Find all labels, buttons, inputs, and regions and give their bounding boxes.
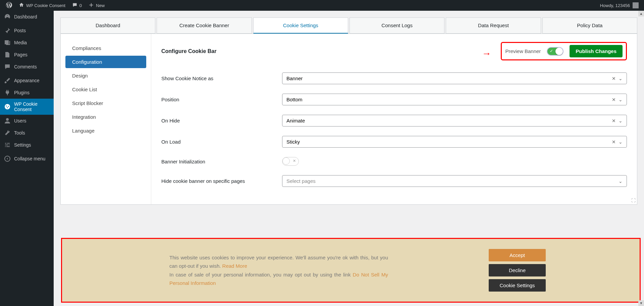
hide-pages-select[interactable]: Select pages ⌄ <box>282 175 627 187</box>
tab-create-banner[interactable]: Create Cookie Banner <box>157 17 252 34</box>
sidebar-item-posts[interactable]: Posts <box>0 24 54 37</box>
chevron-down-icon: ⌄ <box>619 76 623 81</box>
sidebar-item-users[interactable]: Users <box>0 115 54 127</box>
collapse-icon <box>4 155 11 162</box>
header-actions: → Preview Banner ✓ Publish Changes <box>501 42 627 60</box>
settings-side-design[interactable]: Design <box>65 69 146 82</box>
expand-icon[interactable]: ⛶ <box>631 198 636 203</box>
settings-side-compliances[interactable]: Compliances <box>65 42 146 54</box>
settings-side-label: Design <box>72 73 88 79</box>
banner-text-2: In case of sale of your personal informa… <box>169 272 353 277</box>
settings-side-script-blocker[interactable]: Script Blocker <box>65 97 146 109</box>
cookie-icon <box>4 103 11 110</box>
settings-side-label: Language <box>72 128 95 134</box>
form-row-on-load: On Load Sticky ✕⌄ <box>161 136 627 148</box>
read-more-link[interactable]: Read More <box>222 263 247 269</box>
new-link[interactable]: New <box>85 0 108 11</box>
chevron-down-icon: ⌄ <box>619 97 623 102</box>
sidebar-item-label: Posts <box>14 28 26 33</box>
settings-side-integration[interactable]: Integration <box>65 111 146 123</box>
wp-logo[interactable] <box>3 0 15 11</box>
settings-sidebar: Compliances Configuration Design Cookie … <box>61 34 151 204</box>
sidebar-item-media[interactable]: Media <box>0 37 54 49</box>
sidebar-item-label: Media <box>14 40 27 45</box>
banner-text: This website uses cookies to improve you… <box>82 253 475 288</box>
tab-data-request[interactable]: Data Request <box>446 17 541 34</box>
decline-button[interactable]: Decline <box>489 264 546 276</box>
plug-icon <box>4 89 11 96</box>
avatar <box>633 2 639 8</box>
settings-side-configuration[interactable]: Configuration <box>65 56 146 68</box>
form-label: Show Cookie Notice as <box>161 75 282 81</box>
comment-icon <box>72 2 77 9</box>
select-value: Bottom <box>286 97 303 102</box>
dashboard-icon <box>4 13 11 20</box>
settings-side-cookie-list[interactable]: Cookie List <box>65 83 146 96</box>
clear-icon[interactable]: ✕ <box>612 97 616 102</box>
clear-icon[interactable]: ✕ <box>612 118 616 123</box>
site-link[interactable]: WP Cookie Consent <box>15 0 69 11</box>
settings-content: Configure Cookie Bar → Preview Banner ✓ … <box>151 34 637 204</box>
sidebar-item-appearance[interactable]: Appearance <box>0 74 54 87</box>
cookie-banner-preview: This website uses cookies to improve you… <box>61 238 641 303</box>
scrollbar-up[interactable]: ▲ <box>638 11 644 16</box>
form-label: On Hide <box>161 118 282 123</box>
toggle-knob <box>282 157 290 165</box>
sidebar-item-tools[interactable]: Tools <box>0 127 54 139</box>
sidebar-item-label: Tools <box>14 130 25 136</box>
admin-sidebar: Dashboard Posts Media Pages Comments App… <box>0 11 54 306</box>
settings-side-label: Integration <box>72 114 96 120</box>
admin-bar-right[interactable]: Howdy, 123456 <box>600 2 641 8</box>
sidebar-item-pages[interactable]: Pages <box>0 49 54 61</box>
position-select[interactable]: Bottom ✕⌄ <box>282 94 627 105</box>
preview-toggle[interactable]: ✓ <box>547 47 564 56</box>
chevron-down-icon: ⌄ <box>619 178 623 184</box>
clear-icon[interactable]: ✕ <box>612 76 616 81</box>
publish-button[interactable]: Publish Changes <box>570 45 623 57</box>
cookie-settings-button[interactable]: Cookie Settings <box>489 279 546 292</box>
tab-label: Data Request <box>478 22 509 28</box>
form-row-on-hide: On Hide Animate ✕⌄ <box>161 115 627 126</box>
sidebar-item-settings[interactable]: Settings <box>0 139 54 151</box>
settings-side-label: Script Blocker <box>72 100 103 106</box>
sidebar-item-dashboard[interactable]: Dashboard <box>0 11 54 23</box>
tab-cookie-settings[interactable]: Cookie Settings <box>253 17 348 34</box>
sidebar-item-label: Comments <box>14 64 37 69</box>
tab-consent-logs[interactable]: Consent Logs <box>350 17 444 34</box>
on-load-select[interactable]: Sticky ✕⌄ <box>282 136 627 148</box>
sidebar-item-plugins[interactable]: Plugins <box>0 87 54 99</box>
form-label: Banner Initialization <box>161 159 282 164</box>
form-label: On Load <box>161 139 282 145</box>
brush-icon <box>4 77 11 84</box>
tab-label: Create Cookie Banner <box>179 22 229 28</box>
on-hide-select[interactable]: Animate ✕⌄ <box>282 115 627 126</box>
sidebar-item-label: Pages <box>14 52 28 57</box>
home-icon <box>19 2 24 9</box>
tab-dashboard[interactable]: Dashboard <box>60 17 155 34</box>
sidebar-item-comments[interactable]: Comments <box>0 61 54 73</box>
comments-link[interactable]: 0 <box>69 0 85 11</box>
select-icons: ✕⌄ <box>612 76 623 81</box>
accept-button[interactable]: Accept <box>489 249 546 261</box>
form-row-show-as: Show Cookie Notice as Banner ✕⌄ <box>161 72 627 84</box>
sidebar-item-label: Dashboard <box>14 14 37 19</box>
form-row-position: Position Bottom ✕⌄ <box>161 94 627 105</box>
sidebar-item-label: Settings <box>14 142 31 148</box>
banner-buttons: Accept Decline Cookie Settings <box>489 249 546 292</box>
comment-count: 0 <box>79 3 82 8</box>
select-value: Animate <box>286 118 305 123</box>
svg-point-4 <box>6 118 9 121</box>
media-icon <box>4 39 11 46</box>
tab-policy-data[interactable]: Policy Data <box>542 17 637 34</box>
sidebar-item-wp-cookie-consent[interactable]: WP Cookie Consent <box>0 99 54 115</box>
settings-side-label: Cookie List <box>72 87 97 92</box>
wrench-icon <box>4 130 11 136</box>
clear-icon[interactable]: ✕ <box>612 139 616 145</box>
site-name: WP Cookie Consent <box>26 3 65 8</box>
settings-side-language[interactable]: Language <box>65 124 146 137</box>
show-as-select[interactable]: Banner ✕⌄ <box>282 72 627 84</box>
sidebar-item-collapse[interactable]: Collapse menu <box>0 153 54 165</box>
arrow-annotation: → <box>482 48 491 59</box>
banner-init-toggle[interactable]: ✕ <box>282 157 299 166</box>
scrollbar-down[interactable]: ▼ <box>638 300 644 306</box>
